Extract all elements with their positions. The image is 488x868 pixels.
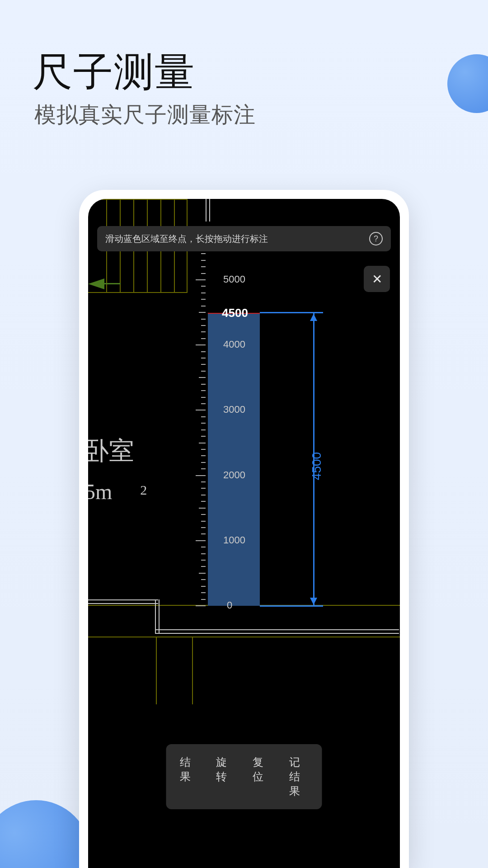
- ruler-tick: [201, 416, 206, 417]
- ruler-tick: [201, 266, 206, 267]
- ruler-tick: [201, 306, 206, 307]
- ruler-tick: [201, 338, 206, 339]
- promo-title: 尺子测量: [33, 45, 195, 99]
- arrow-line: [104, 283, 121, 284]
- ruler-selection-zone[interactable]: [208, 313, 260, 606]
- ruler-tick: [201, 586, 206, 587]
- ruler-main-value: 4500: [222, 306, 400, 320]
- ruler-tick: [201, 553, 206, 554]
- close-icon: ✕: [372, 272, 382, 287]
- ruler-tick: [201, 436, 206, 437]
- ruler-tick: [201, 403, 206, 404]
- tick-label: 1000: [223, 534, 400, 546]
- ruler-tick: [199, 443, 206, 443]
- ruler-tick: [201, 599, 206, 600]
- ruler-tick: [201, 495, 206, 495]
- rotate-button[interactable]: 旋转: [204, 746, 241, 807]
- ruler-tick: [201, 462, 206, 463]
- hint-bar: 滑动蓝色区域至终点，长按拖动进行标注 ?: [97, 226, 391, 251]
- ruler-tick: [196, 475, 206, 476]
- tick-label: 3000: [223, 404, 400, 415]
- reset-button[interactable]: 复位: [241, 746, 277, 807]
- bg-decoration-circle: [447, 54, 488, 113]
- ruler-tick: [201, 253, 206, 254]
- ruler-tick: [201, 390, 206, 391]
- app-screen: 卧室 5m 2 4500 5000 4500 4000 3000 2000 10…: [88, 199, 400, 868]
- ruler-tick: [201, 566, 206, 567]
- area-exponent: 2: [140, 482, 147, 497]
- ruler-tick: [199, 508, 206, 509]
- arrow-left-icon: [88, 278, 104, 289]
- ruler-tick: [201, 325, 206, 326]
- ruler-tick: [201, 429, 206, 430]
- ruler-tick: [201, 286, 206, 287]
- bottom-toolbar: 结果 旋转 复位 记结果: [166, 744, 322, 809]
- bg-decoration-circle: [0, 800, 90, 868]
- ruler-tick: [201, 423, 206, 424]
- ruler-tick: [201, 455, 206, 456]
- ruler-tick: [201, 260, 206, 261]
- ruler-tick: [201, 468, 206, 469]
- ruler-tick: [201, 527, 206, 528]
- promo-subtitle: 模拟真实尺子测量标注: [34, 100, 256, 129]
- ruler-tick: [201, 299, 206, 300]
- ruler-tick: [196, 279, 206, 280]
- ruler-tick: [201, 481, 206, 482]
- ruler-tick: [201, 397, 206, 398]
- ruler-tick: [201, 273, 206, 274]
- result-button[interactable]: 结果: [168, 746, 205, 807]
- ruler-tick: [201, 384, 206, 385]
- ruler-tick: [201, 547, 206, 547]
- hint-text: 滑动蓝色区域至终点，长按拖动进行标注: [105, 233, 268, 245]
- help-icon[interactable]: ?: [369, 232, 383, 245]
- ruler-tick: [199, 312, 206, 313]
- tick-label: 0: [227, 599, 400, 611]
- ruler-tick: [201, 331, 206, 332]
- ruler-tick: [196, 410, 206, 410]
- tick-label: 4000: [223, 339, 400, 350]
- ruler-tick: [201, 560, 206, 561]
- ruler-tick: [201, 514, 206, 515]
- ruler-tick: [201, 319, 206, 320]
- ruler-tick: [196, 344, 206, 345]
- record-result-button[interactable]: 记结果: [277, 746, 320, 807]
- ruler-tick: [196, 540, 206, 541]
- ruler-tick: [201, 592, 206, 593]
- ruler-tick: [199, 573, 206, 574]
- ruler-tick: [201, 371, 206, 372]
- ruler-tick: [201, 501, 206, 502]
- close-button[interactable]: ✕: [364, 266, 390, 292]
- ruler-tick: [201, 351, 206, 352]
- ruler-tick: [201, 533, 206, 534]
- ruler-tick: [201, 521, 206, 522]
- ruler-tick: [201, 579, 206, 580]
- ruler-tick: [201, 449, 206, 450]
- tick-label: 2000: [223, 469, 400, 481]
- ruler-tick: [201, 358, 206, 359]
- ruler-tick: [199, 377, 206, 378]
- phone-frame: 卧室 5m 2 4500 5000 4500 4000 3000 2000 10…: [79, 190, 409, 868]
- area-number: 5m: [88, 480, 112, 504]
- ruler-scale[interactable]: [188, 244, 206, 606]
- ruler-tick: [201, 292, 206, 293]
- ruler-tick: [201, 488, 206, 489]
- area-value: 5m 2: [88, 479, 124, 504]
- room-label: 卧室: [88, 434, 134, 468]
- ruler-tick: [196, 605, 206, 606]
- ruler-tick: [201, 364, 206, 365]
